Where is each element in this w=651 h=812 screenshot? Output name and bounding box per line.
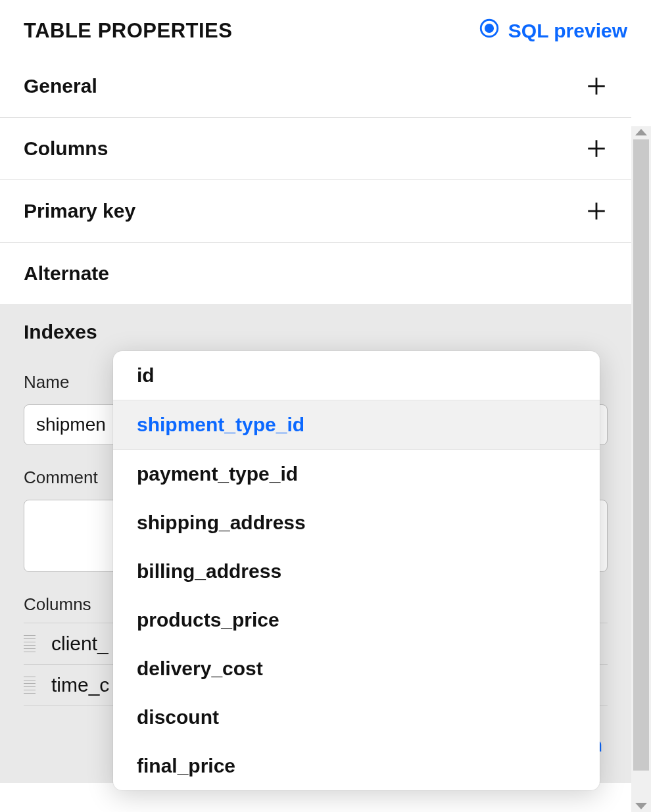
sql-preview-button[interactable]: SQL preview xyxy=(478,17,627,44)
dropdown-option[interactable]: payment_type_id xyxy=(113,450,600,498)
index-column-name: time_c xyxy=(51,674,109,696)
dropdown-option[interactable]: delivery_cost xyxy=(113,644,600,693)
dropdown-option[interactable]: final_price xyxy=(113,742,600,790)
section-general-title: General xyxy=(24,75,97,97)
dropdown-option[interactable]: shipment_type_id xyxy=(113,400,600,450)
scroll-down-arrow-icon[interactable] xyxy=(635,803,647,809)
scroll-up-arrow-icon[interactable] xyxy=(635,129,647,135)
scrollbar-thumb[interactable] xyxy=(633,139,649,771)
section-indexes-title: Indexes xyxy=(24,321,608,343)
section-general[interactable]: General xyxy=(0,63,631,118)
section-columns[interactable]: Columns xyxy=(0,118,631,180)
section-primary-key[interactable]: Primary key xyxy=(0,180,631,243)
expand-icon xyxy=(585,200,608,222)
section-alternate-keys-title: Alternate xyxy=(24,262,109,285)
section-columns-title: Columns xyxy=(24,137,108,160)
expand-icon xyxy=(585,75,608,97)
section-primary-key-title: Primary key xyxy=(24,200,135,222)
drag-handle-icon[interactable] xyxy=(24,677,36,694)
panel-header: TABLE PROPERTIES SQL preview xyxy=(0,0,651,62)
column-picker-dropdown[interactable]: idshipment_type_idpayment_type_idshippin… xyxy=(113,351,600,790)
dropdown-option[interactable]: shipping_address xyxy=(113,498,600,547)
section-alternate-keys[interactable]: Alternate xyxy=(0,243,631,305)
index-column-name: client_ xyxy=(51,633,108,655)
expand-icon xyxy=(585,137,608,160)
dropdown-option[interactable]: id xyxy=(113,351,600,400)
dropdown-option[interactable]: discount xyxy=(113,693,600,742)
sql-preview-label: SQL preview xyxy=(508,20,627,42)
eye-target-icon xyxy=(478,17,500,44)
panel-title: TABLE PROPERTIES xyxy=(24,19,232,43)
properties-scroll-area: General Columns Primary key Alternate xyxy=(0,63,651,812)
svg-point-1 xyxy=(485,24,493,32)
dropdown-option[interactable]: billing_address xyxy=(113,547,600,596)
dropdown-option[interactable]: products_price xyxy=(113,596,600,644)
vertical-scrollbar[interactable] xyxy=(631,126,651,812)
drag-handle-icon[interactable] xyxy=(24,635,36,652)
